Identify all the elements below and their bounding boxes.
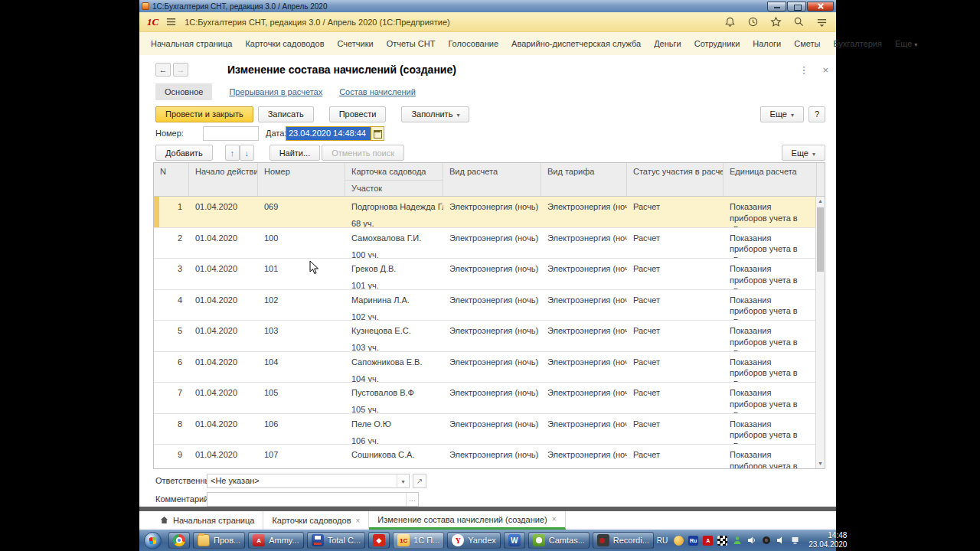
taskbar-button-folder[interactable]: Пров... <box>193 532 245 549</box>
table-row[interactable]: 301.04.2020101Греков Д.В.101 уч.Электроэ… <box>154 259 815 290</box>
chevron-down-icon[interactable] <box>397 474 409 487</box>
close-document-icon[interactable] <box>822 63 828 77</box>
post-button[interactable]: Провести <box>329 106 387 122</box>
scroll-down-icon[interactable] <box>816 459 825 468</box>
close-button[interactable] <box>807 2 834 11</box>
back-button[interactable] <box>155 63 171 77</box>
taskbar-button-ammyy[interactable]: AAmmy... <box>248 532 304 549</box>
taskbar-button-word[interactable]: W <box>504 532 525 549</box>
menu-item-2[interactable]: Счетчики <box>338 39 374 48</box>
calendar-icon[interactable] <box>371 127 384 140</box>
history-icon[interactable] <box>747 16 760 28</box>
scrollbar-thumb[interactable] <box>817 207 824 272</box>
start-button[interactable] <box>144 532 162 549</box>
taskbar-button-recorder[interactable]: Recordi... <box>593 532 654 549</box>
more-button[interactable]: Еще <box>760 106 804 122</box>
taskbar-clock[interactable]: 14:48 23.04.2020 <box>808 531 847 550</box>
speaker2-icon[interactable] <box>776 536 786 546</box>
column-header-3[interactable]: Карточка садоводаУчасток <box>345 163 443 196</box>
gardener-name: Кузнецова Е.С. <box>351 326 411 335</box>
table-row[interactable]: 701.04.2020105Пустовалов В.Ф105 уч.Элект… <box>154 383 815 414</box>
cancel-search-button[interactable]: Отменить поиск <box>322 145 404 161</box>
taskbar-button-chrome[interactable] <box>168 532 190 549</box>
menu-item-6[interactable]: Деньги <box>654 39 681 48</box>
menu-item-8[interactable]: Налоги <box>753 39 781 48</box>
comment-more-button[interactable]: ... <box>406 493 418 506</box>
table-row[interactable]: 601.04.2020104Сапожникова Е.В.104 уч.Эле… <box>154 352 815 383</box>
language-indicator[interactable]: RU <box>657 536 668 545</box>
responsible-select[interactable]: <Не указан> <box>207 474 410 488</box>
main-menu-icon[interactable] <box>816 16 828 28</box>
scroll-up-icon[interactable] <box>816 197 825 206</box>
table-row[interactable]: 801.04.2020106Пеле О.Ю106 уч.Электроэнер… <box>154 414 815 445</box>
more-menu-icon[interactable] <box>799 63 808 77</box>
ru-icon[interactable]: Ru <box>688 536 698 546</box>
move-up-button[interactable] <box>225 145 240 161</box>
window-tab-0[interactable]: Начальная страница <box>152 511 263 530</box>
menu-item-4[interactable]: Голосование <box>448 39 498 48</box>
table-row[interactable]: 501.04.2020103Кузнецова Е.С.103 уч.Элект… <box>154 321 815 352</box>
menu-item-11[interactable]: Еще <box>895 39 917 48</box>
doc-tab-1[interactable]: Прерывания в расчетах <box>229 87 322 96</box>
table-row[interactable]: 201.04.2020100Самохвалова Г.И.100 уч.Эле… <box>154 228 815 259</box>
tariff-cell: Электроэнергия (ночь) <box>541 445 627 468</box>
column-header-2[interactable]: Номер <box>258 163 345 196</box>
move-down-button[interactable] <box>240 145 254 161</box>
menu-item-0[interactable]: Начальная страница <box>151 39 232 48</box>
checker-icon[interactable] <box>717 536 727 546</box>
menu-item-3[interactable]: Отчеты СНТ <box>387 39 436 48</box>
menu-item-7[interactable]: Сотрудники <box>694 39 740 48</box>
column-header-7[interactable]: Единица расчета <box>724 163 817 196</box>
number-input[interactable] <box>203 126 259 141</box>
bell-icon[interactable] <box>724 16 737 28</box>
minimize-button[interactable] <box>767 2 786 11</box>
menu-item-1[interactable]: Карточки садоводов <box>245 39 324 48</box>
list-more-button[interactable]: Еще <box>782 145 825 161</box>
window-tab-1[interactable]: Карточки садоводов× <box>263 511 369 530</box>
post-and-close-button[interactable]: Провести и закрыть <box>155 106 253 122</box>
find-button[interactable]: Найти... <box>270 145 321 161</box>
menu-item-9[interactable]: Сметы <box>794 39 820 48</box>
menu-item-10[interactable]: Бухгалтерия <box>833 39 882 48</box>
a-icon[interactable]: A <box>703 536 713 546</box>
close-icon[interactable]: × <box>552 515 557 523</box>
column-header-4[interactable]: Вид расчета <box>443 163 541 196</box>
hamburger-icon[interactable] <box>165 16 178 28</box>
camera-icon[interactable] <box>761 536 771 546</box>
table-scrollbar[interactable] <box>815 197 825 468</box>
fill-button[interactable]: Заполнить <box>401 106 469 122</box>
close-icon[interactable]: × <box>356 517 361 525</box>
doc-tab-0[interactable]: Основное <box>155 83 212 100</box>
coin-icon[interactable] <box>674 536 684 546</box>
plot-number: 101 уч. <box>351 280 437 289</box>
table-row[interactable]: 401.04.2020102Маринина Л.А.102 уч.Электр… <box>154 290 815 321</box>
column-header-5[interactable]: Вид тарифа <box>541 163 627 196</box>
person-icon[interactable] <box>732 536 742 546</box>
start-date-cell: 01.04.2020 <box>189 445 258 468</box>
help-button[interactable]: ? <box>808 106 825 122</box>
taskbar-button-camtasia[interactable]: Camtas... <box>528 532 590 549</box>
taskbar-button-yandex[interactable]: YYandex <box>447 532 501 549</box>
speaker-icon[interactable] <box>746 536 756 546</box>
taskbar-button-red-diamond[interactable]: ◆ <box>368 532 390 549</box>
restore-button[interactable] <box>787 2 806 11</box>
search-icon[interactable] <box>793 16 805 28</box>
menu-item-5[interactable]: Аварийно-диспетчерская служба <box>511 39 641 48</box>
forward-button[interactable] <box>173 63 188 77</box>
column-header-0[interactable]: N <box>154 163 189 196</box>
open-link-icon[interactable]: ↗ <box>413 474 426 488</box>
column-header-6[interactable]: Статус участия в расчетах <box>627 163 724 196</box>
favorites-star-icon[interactable] <box>770 16 782 28</box>
table-row[interactable]: 101.04.2020069Подгорнова Надежда Гл...68… <box>154 197 815 228</box>
taskbar-button-1c[interactable]: 1С1С П... <box>393 532 444 549</box>
comment-input[interactable]: ... <box>207 492 419 507</box>
taskbar-button-totalcmd[interactable]: Total C... <box>307 532 365 549</box>
window-tab-2[interactable]: Изменение состава начислений (создание)× <box>369 511 565 530</box>
write-button[interactable]: Записать <box>258 106 314 122</box>
date-input[interactable]: 23.04.2020 14:48:44 <box>286 126 384 141</box>
doc-tab-2[interactable]: Состав начислений <box>339 87 416 96</box>
column-header-1[interactable]: Начало действия <box>189 163 258 196</box>
add-row-button[interactable]: Добавить <box>155 145 213 161</box>
network-icon[interactable] <box>790 536 800 546</box>
table-row[interactable]: 901.04.2020107Сошникова С.А.107 уч.Элект… <box>154 445 815 468</box>
